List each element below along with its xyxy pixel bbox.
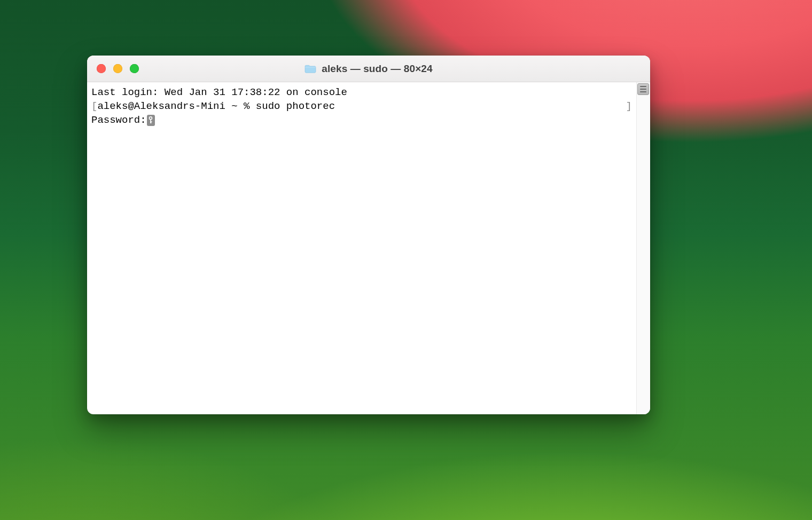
svg-point-0	[150, 117, 152, 120]
terminal-output[interactable]: Last login: Wed Jan 31 17:38:22 on conso…	[87, 82, 636, 414]
terminal-window: aleks — sudo — 80×24 Last login: Wed Jan…	[87, 56, 650, 414]
svg-rect-3	[150, 122, 151, 123]
password-label: Password:	[91, 114, 146, 126]
window-title: aleks — sudo — 80×24	[322, 63, 432, 75]
key-icon	[147, 115, 155, 126]
prompt-text: aleks@Aleksandrs-Mini ~ % sudo photorec	[97, 100, 335, 112]
scroll-thumb-icon[interactable]	[637, 83, 649, 95]
minimize-button[interactable]	[113, 64, 122, 73]
prompt-line: [aleks@Aleksandrs-Mini ~ % sudo photorec…	[91, 99, 632, 113]
window-controls	[87, 64, 139, 73]
prompt-close-bracket: ]	[626, 99, 632, 113]
password-line: Password:	[91, 113, 632, 127]
terminal-body: Last login: Wed Jan 31 17:38:22 on conso…	[87, 82, 650, 414]
maximize-button[interactable]	[130, 64, 139, 73]
titlebar[interactable]: aleks — sudo — 80×24	[87, 56, 650, 82]
close-button[interactable]	[97, 64, 106, 73]
folder-icon	[304, 64, 316, 74]
last-login-line: Last login: Wed Jan 31 17:38:22 on conso…	[91, 85, 632, 99]
scrollbar[interactable]	[636, 82, 650, 414]
prompt-open-bracket: [	[91, 100, 97, 112]
svg-rect-2	[150, 121, 152, 122]
